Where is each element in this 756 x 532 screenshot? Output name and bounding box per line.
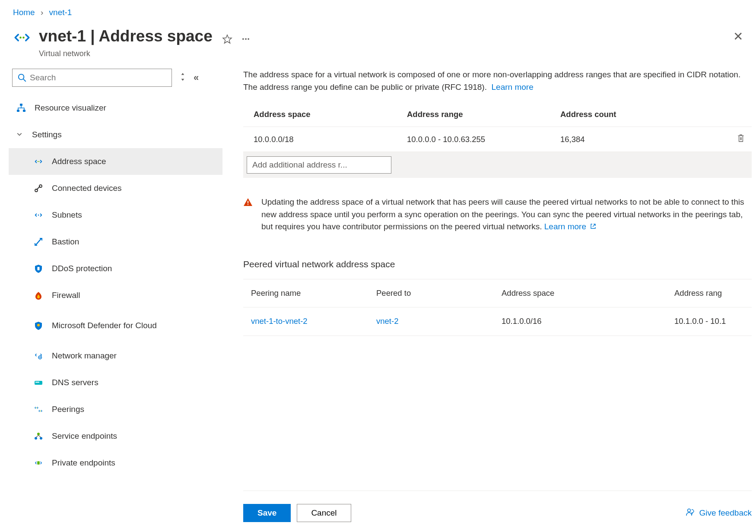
sidebar-item-resource-visualizer[interactable]: Resource visualizer bbox=[9, 95, 222, 121]
col-header-space: Address space bbox=[254, 110, 407, 119]
peering-name-link[interactable]: vnet-1-to-vnet-2 bbox=[251, 317, 308, 326]
cancel-button[interactable]: Cancel bbox=[297, 504, 351, 522]
more-icon[interactable]: ··· bbox=[242, 34, 250, 45]
svg-point-20 bbox=[37, 433, 40, 435]
sidebar-item-label: Service endpoints bbox=[52, 431, 117, 441]
feedback-label: Give feedback bbox=[699, 508, 752, 518]
bastion-icon bbox=[34, 237, 43, 247]
warning-text: Updating the address space of a virtual … bbox=[261, 197, 744, 231]
sidebar: « Resource visualizer Settings Address s… bbox=[0, 69, 222, 522]
sidebar-item-subnets[interactable]: Subnets bbox=[9, 202, 222, 228]
search-box[interactable] bbox=[12, 69, 172, 87]
svg-point-10 bbox=[35, 189, 38, 192]
sidebar-item-connected-devices[interactable]: Connected devices bbox=[9, 175, 222, 202]
sidebar-item-label: Connected devices bbox=[52, 184, 122, 193]
svg-point-18 bbox=[36, 407, 37, 408]
svg-line-4 bbox=[23, 79, 26, 82]
subnets-icon bbox=[34, 210, 43, 220]
visualizer-icon bbox=[16, 103, 26, 113]
dns-icon bbox=[34, 378, 43, 387]
peered-to-link[interactable]: vnet-2 bbox=[376, 317, 398, 326]
sidebar-item-private-endpoints[interactable]: Private endpoints bbox=[9, 450, 222, 476]
sidebar-item-label: Address space bbox=[52, 157, 106, 166]
sidebar-item-label: DDoS protection bbox=[52, 264, 112, 273]
svg-point-9 bbox=[38, 161, 39, 162]
private-endpoints-icon bbox=[34, 458, 43, 468]
sidebar-item-dns-servers[interactable]: DNS servers bbox=[9, 369, 222, 396]
svg-rect-13 bbox=[38, 267, 40, 270]
svg-point-26 bbox=[687, 509, 690, 512]
sidebar-item-defender[interactable]: Microsoft Defender for Cloud bbox=[9, 309, 222, 342]
sidebar-item-bastion[interactable]: Bastion bbox=[9, 228, 222, 255]
col-header-count: Address count bbox=[560, 110, 730, 119]
sidebar-item-ddos[interactable]: DDoS protection bbox=[9, 255, 222, 282]
svg-rect-23 bbox=[37, 461, 40, 464]
warning-learn-more-link[interactable]: Learn more bbox=[544, 222, 596, 231]
sidebar-item-label: Peerings bbox=[52, 405, 84, 414]
sidebar-item-network-manager[interactable]: Network manager bbox=[9, 342, 222, 369]
cell-peer-range: 10.1.0.0 - 10.1 bbox=[674, 317, 752, 326]
sidebar-item-label: Microsoft Defender for Cloud bbox=[52, 321, 157, 330]
add-address-row: Add additional address r... bbox=[243, 152, 752, 178]
warning-box: Updating the address space of a virtual … bbox=[243, 196, 752, 233]
collapse-icon[interactable]: « bbox=[194, 72, 199, 83]
save-button[interactable]: Save bbox=[243, 504, 291, 522]
address-table-row: 10.0.0.0/18 10.0.0.0 - 10.0.63.255 16,38… bbox=[243, 127, 752, 152]
search-input[interactable] bbox=[30, 73, 166, 82]
page-subtitle: Virtual network bbox=[39, 49, 733, 58]
svg-point-14 bbox=[37, 324, 40, 326]
give-feedback-link[interactable]: Give feedback bbox=[686, 507, 752, 519]
vnet-icon bbox=[13, 28, 31, 47]
main-content: The address space for a virtual network … bbox=[222, 69, 756, 522]
svg-point-8 bbox=[38, 161, 38, 162]
defender-icon bbox=[34, 321, 43, 330]
delete-icon[interactable] bbox=[737, 135, 745, 144]
page-title: vnet-1 | Address space bbox=[39, 27, 213, 45]
sort-icon[interactable] bbox=[180, 73, 186, 83]
sidebar-item-label: Settings bbox=[32, 130, 62, 139]
sidebar-item-service-endpoints[interactable]: Service endpoints bbox=[9, 423, 222, 450]
svg-point-11 bbox=[39, 185, 42, 187]
pcol-header-to: Peered to bbox=[376, 288, 502, 298]
cell-address-range: 10.0.0.0 - 10.0.63.255 bbox=[407, 135, 560, 144]
col-header-range: Address range bbox=[407, 110, 560, 119]
description-text: The address space for a virtual network … bbox=[243, 69, 752, 93]
sidebar-item-label: DNS servers bbox=[52, 378, 98, 387]
chevron-down-icon bbox=[16, 130, 24, 139]
svg-rect-24 bbox=[248, 201, 248, 203]
favorite-icon[interactable] bbox=[222, 30, 232, 48]
firewall-icon bbox=[34, 291, 43, 300]
add-address-placeholder: Add additional address r... bbox=[252, 160, 347, 170]
address-space-table: Address space Address range Address coun… bbox=[243, 102, 752, 178]
breadcrumb-separator: › bbox=[41, 8, 43, 17]
pcol-header-range: Address rang bbox=[674, 288, 752, 298]
sidebar-item-address-space[interactable]: Address space bbox=[9, 148, 222, 175]
close-icon[interactable]: ✕ bbox=[733, 29, 743, 44]
svg-rect-7 bbox=[23, 110, 25, 112]
address-space-icon bbox=[34, 157, 43, 166]
breadcrumb-resource[interactable]: vnet-1 bbox=[49, 8, 72, 17]
svg-marker-2 bbox=[223, 35, 232, 43]
connected-devices-icon bbox=[34, 184, 43, 193]
sidebar-item-peerings[interactable]: Peerings bbox=[9, 396, 222, 423]
peered-table-header: Peering name Peered to Address space Add… bbox=[243, 279, 752, 307]
cell-address-space: 10.0.0.0/18 bbox=[254, 135, 407, 144]
breadcrumb-home[interactable]: Home bbox=[13, 8, 35, 17]
sidebar-settings-header[interactable]: Settings bbox=[9, 121, 222, 148]
add-address-input[interactable]: Add additional address r... bbox=[247, 156, 391, 174]
peered-section-title: Peered virtual network address space bbox=[243, 259, 752, 269]
svg-rect-16 bbox=[35, 381, 42, 385]
learn-more-link[interactable]: Learn more bbox=[492, 82, 534, 92]
sidebar-item-label: Private endpoints bbox=[52, 458, 115, 468]
svg-point-3 bbox=[19, 74, 24, 80]
cell-peer-space: 10.1.0.0/16 bbox=[502, 317, 674, 326]
external-link-icon bbox=[590, 222, 596, 231]
sidebar-item-label: Firewall bbox=[52, 291, 80, 300]
pcol-header-space: Address space bbox=[502, 288, 674, 298]
svg-point-1 bbox=[22, 37, 25, 39]
sidebar-item-firewall[interactable]: Firewall bbox=[9, 282, 222, 309]
svg-rect-5 bbox=[20, 104, 22, 106]
sidebar-item-label: Network manager bbox=[52, 351, 117, 361]
svg-point-12 bbox=[38, 215, 39, 216]
warning-learn-more-label: Learn more bbox=[544, 222, 586, 231]
